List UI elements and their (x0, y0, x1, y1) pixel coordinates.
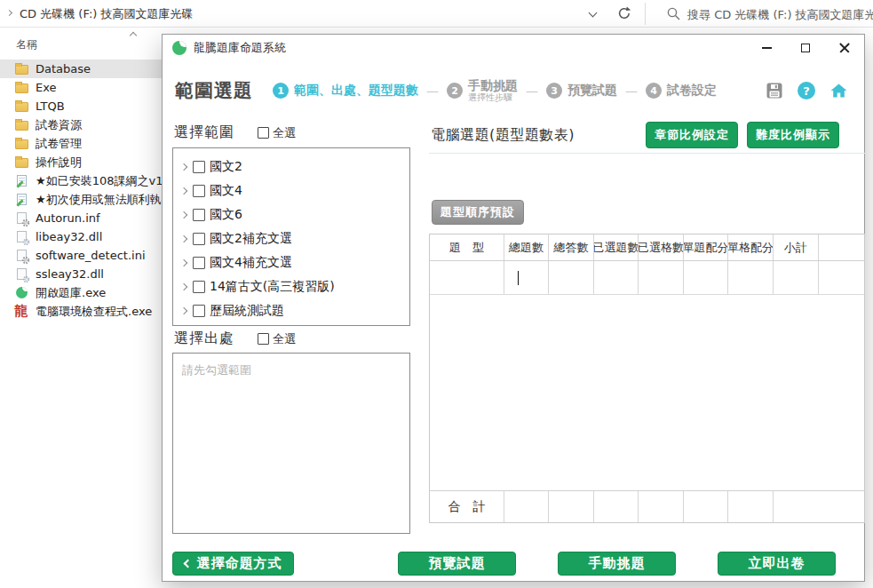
tree-item-guowen4-supplement[interactable]: 國文4補充文選 (179, 250, 409, 274)
range-select-all[interactable]: 全選 (258, 125, 296, 141)
file-row-libeay[interactable]: libeay32.dll (0, 227, 162, 246)
preview-questions-button[interactable]: 預覽試題 (398, 552, 516, 576)
cell-points-per-blank[interactable] (728, 261, 774, 294)
step-1-range[interactable]: 1 範圍、出處、題型題數 (273, 83, 418, 99)
sort-ascending-icon[interactable] (130, 32, 137, 39)
tree-item-guowen6[interactable]: 國文6 (179, 203, 409, 226)
cell-points-per-question[interactable] (684, 261, 728, 294)
cell-selected-questions[interactable] (594, 261, 639, 294)
header-points-per-blank: 單格配分 (728, 234, 774, 260)
question-order-preset-button[interactable]: 題型順序預設 (432, 200, 524, 225)
cell-selected-blanks[interactable] (639, 261, 684, 294)
expand-chevron-icon[interactable] (180, 211, 187, 218)
checkbox[interactable] (193, 161, 205, 173)
tree-item-guowen2[interactable]: 國文2 (179, 155, 409, 179)
file-row-env-check[interactable]: 龍 電腦環境檢查程式.exe (0, 302, 162, 321)
folder-icon (14, 81, 28, 95)
header-subtotal: 小計 (774, 234, 819, 260)
table-header-row: 題 型 總題數 總答數 已選題數 已選格數 單題配分 單格配分 小計 (430, 234, 864, 261)
header-points-per-question: 單題配分 (684, 234, 728, 260)
range-section-title: 選擇範圍 (174, 123, 234, 142)
file-row-readme2[interactable]: ★初次使用或無法順利執行 (0, 190, 162, 209)
total-selected-questions (594, 491, 639, 522)
checkbox[interactable] (193, 185, 205, 197)
expand-chevron-icon[interactable] (180, 282, 187, 290)
back-to-mode-button[interactable]: 選擇命題方式 (172, 552, 294, 576)
file-row-exam-manage[interactable]: 試卷管理 (0, 134, 162, 153)
close-button[interactable] (825, 35, 864, 61)
file-row-exe[interactable]: Exe (0, 78, 162, 97)
file-row-database[interactable]: Database (0, 60, 162, 78)
refresh-icon[interactable] (616, 5, 632, 21)
explorer-toolbar: CD 光碟機 (F:) 技高國文題庫光碟 搜尋 CD 光碟機 (F:) 技高國文… (0, 0, 873, 28)
step-separator: — (526, 83, 538, 98)
cell-total-questions[interactable] (504, 261, 549, 294)
search-icon (666, 6, 681, 21)
header-empty (819, 234, 864, 260)
name-column-header[interactable]: 名稱 (16, 37, 37, 52)
help-icon[interactable] (798, 82, 815, 99)
maximize-button[interactable] (786, 35, 825, 61)
checkbox[interactable] (193, 257, 205, 269)
file-row-ltqb[interactable]: LTQB (0, 97, 162, 115)
checkbox[interactable] (193, 305, 205, 317)
toolbar-separator (645, 3, 646, 25)
total-label: 合 計 (430, 491, 504, 522)
file-row-autorun[interactable]: Autorun.inf (0, 209, 162, 227)
header-selected-questions: 已選題數 (594, 234, 639, 260)
file-row-softwaredetect[interactable]: software_detect.ini (0, 246, 162, 265)
difficulty-ratio-button[interactable]: 難度比例顯示 (747, 122, 839, 148)
file-row-open-qbank[interactable]: 開啟題庫.exe (0, 283, 162, 302)
select-all-checkbox[interactable] (258, 333, 269, 345)
address-dropdown-icon[interactable] (589, 9, 598, 18)
page-header: 範圍選題 1 範圍、出處、題型題數 — 2 手動挑題 選擇性步驟 — 3 預覽試… (163, 65, 864, 116)
tree-item-guowen4[interactable]: 國文4 (179, 179, 409, 203)
panel-divider (429, 153, 865, 154)
step-navigation: 1 範圍、出處、題型題數 — 2 手動挑題 選擇性步驟 — 3 預覽試題 — 4… (273, 78, 717, 103)
step-3-preview[interactable]: 3 預覽試題 (546, 83, 617, 99)
home-icon[interactable] (829, 82, 848, 99)
select-all-checkbox[interactable] (258, 127, 269, 139)
header-total-answers: 總答數 (549, 234, 594, 260)
source-select-all[interactable]: 全選 (258, 331, 296, 347)
tree-item-guowen2-supplement[interactable]: 國文2補充文選 (179, 226, 409, 250)
total-subtotal (774, 491, 864, 522)
search-input[interactable]: 搜尋 CD 光碟機 (F:) 技高國文題庫光碟 (687, 7, 873, 23)
cell-question-type[interactable] (430, 261, 504, 294)
checkbox[interactable] (193, 233, 205, 245)
chapter-ratio-button[interactable]: 章節比例設定 (646, 122, 738, 148)
file-row-ssleay[interactable]: ssleay32.dll (0, 265, 162, 283)
step-separator: — (625, 83, 638, 98)
table-data-row (430, 261, 864, 295)
cell-total-answers[interactable] (549, 261, 594, 294)
folder-icon (14, 118, 28, 132)
tree-item-14-classics[interactable]: 14篇古文(高三複習版) (179, 274, 409, 298)
step-4-paper-settings[interactable]: 4 試卷設定 (646, 83, 717, 99)
expand-chevron-icon[interactable] (180, 187, 187, 194)
expand-chevron-icon[interactable] (180, 163, 187, 170)
expand-chevron-icon[interactable] (180, 234, 187, 242)
tree-item-past-exams[interactable]: 歷屆統測試題 (179, 298, 409, 322)
source-section-title: 選擇出處 (174, 330, 234, 348)
expand-chevron-icon[interactable] (180, 306, 187, 314)
save-icon[interactable] (766, 82, 783, 99)
file-row-manual[interactable]: 操作說明 (0, 153, 162, 171)
checkbox[interactable] (193, 281, 205, 293)
breadcrumb[interactable]: CD 光碟機 (F:) 技高國文題庫光碟 (20, 6, 193, 22)
folder-icon (14, 62, 28, 76)
total-selected-blanks (639, 491, 684, 522)
checkbox[interactable] (193, 209, 205, 221)
cell-empty[interactable] (819, 261, 864, 294)
generate-paper-button[interactable]: 立即出卷 (718, 552, 836, 576)
cell-subtotal[interactable] (774, 261, 819, 294)
step-2-manual-pick[interactable]: 2 手動挑題 選擇性步驟 (447, 78, 518, 103)
range-tree: 國文2 國文4 國文6 國文2補充文選 國文4補充文選 14篇古文(高三複習版)… (172, 147, 410, 326)
manual-pick-button[interactable]: 手動挑題 (558, 552, 676, 576)
expand-chevron-icon[interactable] (180, 258, 187, 266)
table-total-row: 合 計 (430, 490, 864, 522)
header-total-questions: 總題數 (504, 234, 549, 260)
total-points-per-question (684, 491, 728, 522)
file-row-exam-resource[interactable]: 試卷資源 (0, 115, 162, 134)
file-row-readme1[interactable]: ★如已安裝108課綱之v1.0 (0, 171, 162, 190)
minimize-button[interactable] (747, 35, 786, 61)
